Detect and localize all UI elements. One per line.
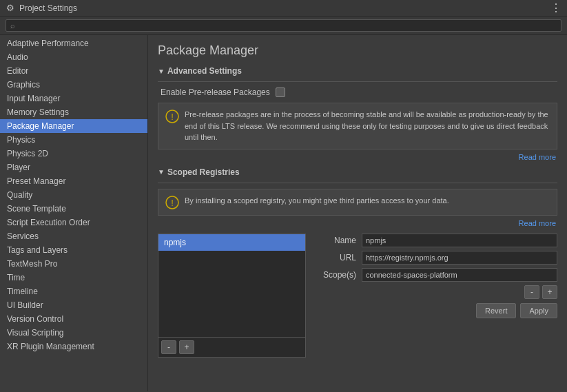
url-label: URL — [311, 253, 356, 262]
enable-prerelease-label: Enable Pre-release Packages — [161, 87, 270, 97]
apply-button[interactable]: Apply — [520, 303, 557, 318]
sidebar-item-graphics[interactable]: Graphics — [0, 78, 147, 92]
registry-remove-button[interactable]: - — [161, 340, 176, 354]
scoped-registries-section: ▼ Scoped Registries ! By installing a sc… — [158, 167, 557, 358]
sidebar-item-timeline[interactable]: Timeline — [0, 285, 147, 298]
scoped-warning-box: ! By installing a scoped registry, you m… — [158, 189, 557, 216]
sidebar-item-audio[interactable]: Audio — [0, 50, 147, 64]
scopes-row: Scope(s) — [311, 268, 557, 282]
detail-remove-button[interactable]: - — [524, 285, 539, 299]
advanced-settings-header: ▼ Advanced Settings — [158, 66, 557, 76]
sidebar-item-player[interactable]: Player — [0, 161, 147, 174]
scoped-registries-divider — [158, 183, 557, 183]
scoped-warning-icon: ! — [165, 196, 179, 209]
page-title: Package Manager — [158, 43, 557, 58]
name-input[interactable] — [362, 234, 557, 247]
advanced-settings-section: ▼ Advanced Settings Enable Pre-release P… — [158, 66, 557, 162]
name-row: Name — [311, 234, 557, 247]
advanced-settings-title: Advanced Settings — [167, 66, 242, 76]
scoped-read-more-link[interactable]: Read more — [519, 219, 556, 227]
sidebar-item-time[interactable]: Time — [0, 271, 147, 285]
enable-prerelease-checkbox[interactable] — [276, 87, 285, 97]
url-row: URL — [311, 251, 557, 265]
search-input-wrap: ⌕ — [6, 19, 561, 32]
search-icon: ⌕ — [10, 21, 15, 30]
advanced-settings-divider — [158, 81, 557, 82]
sidebar-item-package-manager[interactable]: Package Manager — [0, 119, 147, 133]
sidebar-item-physics-2d[interactable]: Physics 2D — [0, 147, 147, 161]
title-bar-left: ⚙ Project Settings — [6, 3, 77, 13]
registry-list-panel: npmjs - + — [158, 234, 306, 358]
scopes-label: Scope(s) — [311, 270, 356, 280]
sidebar-item-preset-manager[interactable]: Preset Manager — [0, 174, 147, 188]
advanced-warning-box: ! Pre-release packages are in the proces… — [158, 103, 557, 149]
revert-button[interactable]: Revert — [476, 303, 516, 318]
scoped-registries-header: ▼ Scoped Registries — [158, 167, 557, 177]
detail-pm-buttons: - + — [311, 285, 557, 299]
sidebar-item-xr-plugin-management[interactable]: XR Plugin Management — [0, 340, 147, 353]
content-area: Package Manager ▼ Advanced Settings Enab… — [148, 35, 567, 391]
sidebar-item-services[interactable]: Services — [0, 229, 147, 243]
action-buttons-row: Revert Apply — [311, 303, 557, 318]
svg-text:!: ! — [171, 198, 174, 208]
sidebar-item-editor[interactable]: Editor — [0, 64, 147, 78]
svg-text:!: ! — [171, 112, 174, 122]
registry-list-item[interactable]: npmjs — [158, 234, 305, 251]
url-input[interactable] — [362, 251, 557, 265]
scoped-registries-arrow[interactable]: ▼ — [158, 168, 165, 176]
sidebar-item-version-control[interactable]: Version Control — [0, 312, 147, 326]
sidebar-item-quality[interactable]: Quality — [0, 188, 147, 202]
sidebar-item-input-manager[interactable]: Input Manager — [0, 92, 147, 105]
registry-detail-panel: Name URL Scope(s) - + — [311, 234, 557, 358]
scopes-input[interactable] — [362, 268, 557, 282]
search-input[interactable] — [18, 21, 557, 30]
sidebar-item-ui-builder[interactable]: UI Builder — [0, 298, 147, 312]
enable-prerelease-row: Enable Pre-release Packages — [158, 87, 557, 97]
gear-icon: ⚙ — [6, 3, 15, 13]
main-layout: Adaptive PerformanceAudioEditorGraphicsI… — [0, 35, 567, 391]
detail-add-button[interactable]: + — [542, 285, 557, 299]
scoped-warning-text: By installing a scoped registry, you mig… — [185, 195, 550, 207]
sidebar-item-tags-and-layers[interactable]: Tags and Layers — [0, 243, 147, 257]
scoped-read-more-row: Read more — [158, 218, 557, 228]
advanced-warning-text: Pre-release packages are in the process … — [185, 109, 550, 143]
registry-layout: npmjs - + Name URL — [158, 234, 557, 358]
scoped-registries-title: Scoped Registries — [167, 167, 240, 177]
registry-list-footer: - + — [158, 337, 305, 357]
title-menu-button[interactable]: ⋮ — [550, 3, 561, 14]
sidebar-item-script-execution-order[interactable]: Script Execution Order — [0, 216, 147, 229]
advanced-read-more-link[interactable]: Read more — [519, 153, 556, 161]
sidebar-item-visual-scripting[interactable]: Visual Scripting — [0, 326, 147, 340]
warning-icon: ! — [165, 110, 179, 123]
sidebar: Adaptive PerformanceAudioEditorGraphicsI… — [0, 35, 148, 391]
advanced-settings-arrow[interactable]: ▼ — [158, 68, 165, 75]
name-label: Name — [311, 236, 356, 245]
registry-add-button[interactable]: + — [179, 340, 194, 354]
sidebar-item-scene-template[interactable]: Scene Template — [0, 202, 147, 216]
sidebar-item-textmesh-pro[interactable]: TextMesh Pro — [0, 257, 147, 271]
advanced-read-more-row: Read more — [158, 152, 557, 162]
sidebar-item-physics[interactable]: Physics — [0, 133, 147, 147]
title-bar: ⚙ Project Settings ⋮ — [0, 0, 567, 17]
sidebar-item-memory-settings[interactable]: Memory Settings — [0, 105, 147, 119]
search-bar: ⌕ — [0, 17, 567, 35]
sidebar-item-adaptive-performance[interactable]: Adaptive Performance — [0, 37, 147, 50]
title-bar-text: Project Settings — [19, 3, 77, 13]
